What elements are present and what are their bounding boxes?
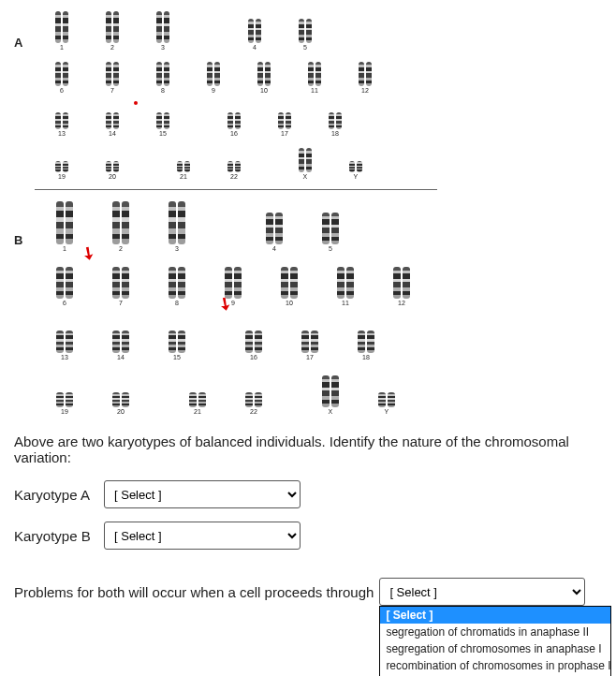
karyotype-B-panel: B 123456➘789101112131415➘16171819202122X… bbox=[14, 199, 602, 417]
chromosome-number: 12 bbox=[342, 87, 389, 94]
chromosome-number: 3 bbox=[151, 245, 203, 252]
chromosome-number: 5 bbox=[282, 44, 329, 51]
chromosome-number: 18 bbox=[340, 354, 392, 360]
chromosome-slot: 18 bbox=[312, 96, 359, 137]
dropdown-option[interactable]: segregation of chromatids in anaphase II bbox=[380, 624, 610, 640]
marker-dot-icon bbox=[134, 101, 138, 105]
karyotype-B-row: Karyotype B [ Select ] bbox=[14, 522, 602, 550]
chromosome-slot: 10 bbox=[263, 254, 315, 306]
chromosome-slot: 20 bbox=[95, 362, 147, 415]
chromosome-slot: 19 bbox=[38, 139, 85, 180]
chromosome-slot: 16 bbox=[211, 96, 257, 137]
chromosome-number: 1 bbox=[38, 245, 91, 252]
chromosome-slot: 17 bbox=[261, 96, 308, 137]
chromosome-number: 6 bbox=[38, 87, 85, 94]
chromosome-number: 17 bbox=[261, 130, 308, 137]
chromosome-slot: 5 bbox=[304, 199, 357, 252]
chromosome-slot: 12 bbox=[375, 254, 428, 306]
chromosome-number: Y bbox=[360, 408, 413, 415]
chromosome-slot: 15 bbox=[151, 308, 203, 360]
chromosome-slot: 6 bbox=[38, 254, 91, 306]
karyotype-A-grid: 12345678910111213141516171819202122XY bbox=[38, 9, 432, 182]
problem-select[interactable]: [ Select ] bbox=[379, 578, 585, 606]
chromosome-slot: 8 bbox=[139, 52, 186, 94]
chromosome-number: 14 bbox=[95, 354, 147, 360]
question-block: Above are two karyotypes of balanced ind… bbox=[14, 434, 602, 606]
chromosome-number: 22 bbox=[227, 408, 280, 415]
dropdown-option[interactable]: [ Select ] bbox=[380, 607, 610, 624]
chromosome-slot: ➘16 bbox=[227, 308, 280, 360]
chromosome-number: 18 bbox=[312, 130, 359, 137]
chromosome-number: Y bbox=[332, 173, 379, 180]
chromosome-slot: 1 bbox=[38, 199, 91, 252]
chromosome-slot: 4 bbox=[231, 9, 278, 51]
chromosome-number: 11 bbox=[319, 300, 372, 306]
panel-B-label: B bbox=[14, 233, 35, 247]
chromosome-slot: 1 bbox=[38, 9, 85, 51]
chromosome-slot: 14 bbox=[89, 96, 136, 137]
problem-select-dropdown[interactable]: [ Select ]segregation of chromatids in a… bbox=[379, 606, 611, 676]
question-intro: Above are two karyotypes of balanced ind… bbox=[14, 434, 602, 465]
problem-select-wrap: [ Select ] [ Select ]segregation of chro… bbox=[379, 578, 585, 606]
chromosome-slot: 13 bbox=[38, 308, 91, 360]
karyotype-A-panel: A 12345678910111213141516171819202122XY bbox=[14, 9, 602, 182]
chromosome-number: 4 bbox=[231, 44, 278, 51]
chromosome-number: 10 bbox=[241, 87, 287, 94]
chromosome-number: 2 bbox=[89, 44, 136, 51]
chromosome-slot: 22 bbox=[227, 362, 280, 415]
chromosome-slot: 12 bbox=[342, 52, 389, 94]
chromosome-slot: 13 bbox=[38, 96, 85, 137]
chromosome-slot: 8 bbox=[151, 254, 203, 306]
chromosome-slot: 11 bbox=[319, 254, 372, 306]
chromosome-slot: 19 bbox=[38, 362, 91, 415]
karyotype-B-grid: 123456➘789101112131415➘16171819202122XY bbox=[38, 199, 432, 417]
chromosome-number: 19 bbox=[38, 408, 91, 415]
chromosome-slot: 20 bbox=[89, 139, 136, 180]
chromosome-slot: 7 bbox=[89, 52, 136, 94]
chromosome-slot: 22 bbox=[211, 139, 257, 180]
chromosome-number: 21 bbox=[171, 408, 224, 415]
chromosome-slot: 21 bbox=[171, 362, 224, 415]
chromosome-slot: 3 bbox=[151, 199, 203, 252]
chromosome-number: 13 bbox=[38, 130, 85, 137]
chromosome-number: 20 bbox=[95, 408, 147, 415]
chromosome-number: 15 bbox=[139, 130, 186, 137]
chromosome-number: 3 bbox=[139, 44, 186, 51]
chromosome-slot: 2 bbox=[89, 9, 136, 51]
chromosome-number: 9 bbox=[190, 87, 237, 94]
chromosome-number: 2 bbox=[95, 245, 147, 252]
karyotype-B-select[interactable]: [ Select ] bbox=[104, 522, 301, 550]
chromosome-slot: 18 bbox=[340, 308, 392, 360]
chromosome-number: 16 bbox=[227, 354, 280, 360]
panel-divider bbox=[35, 189, 437, 190]
chromosome-slot: Y bbox=[360, 362, 413, 415]
dropdown-option[interactable]: segregation of chromosomes in anaphase I bbox=[380, 640, 610, 657]
chromosome-slot: 3 bbox=[139, 9, 186, 51]
chromosome-number: 8 bbox=[139, 87, 186, 94]
dropdown-option[interactable]: recombination of chromosomes in prophase… bbox=[380, 657, 610, 674]
karyotype-A-row: Karyotype A [ Select ] bbox=[14, 480, 602, 508]
panel-A-label: A bbox=[14, 36, 35, 50]
chromosome-slot: X bbox=[304, 362, 357, 415]
chromosome-number: 22 bbox=[211, 173, 257, 180]
chromosome-number: 10 bbox=[263, 300, 315, 306]
chromosome-slot: 10 bbox=[241, 52, 287, 94]
chromosome-number: X bbox=[304, 408, 357, 415]
karyotype-A-select[interactable]: [ Select ] bbox=[104, 480, 301, 508]
karyotype-A-field-label: Karyotype A bbox=[14, 487, 96, 503]
chromosome-slot: 15 bbox=[139, 96, 186, 137]
chromosome-number: 13 bbox=[38, 354, 91, 360]
chromosome-number: 20 bbox=[89, 173, 136, 180]
chromosome-slot: ➘7 bbox=[95, 254, 147, 306]
chromosome-number: 7 bbox=[89, 87, 136, 94]
chromosome-number: 8 bbox=[151, 300, 203, 306]
chromosome-number: 17 bbox=[284, 354, 336, 360]
chromosome-slot: 14 bbox=[95, 308, 147, 360]
chromosome-number: X bbox=[282, 173, 329, 180]
chromosome-number: 7 bbox=[95, 300, 147, 306]
chromosome-slot: Y bbox=[332, 139, 379, 180]
chromosome-slot: 4 bbox=[248, 199, 301, 252]
chromosome-number: 1 bbox=[38, 44, 85, 51]
chromosome-number: 16 bbox=[211, 130, 257, 137]
chromosome-slot: 6 bbox=[38, 52, 85, 94]
